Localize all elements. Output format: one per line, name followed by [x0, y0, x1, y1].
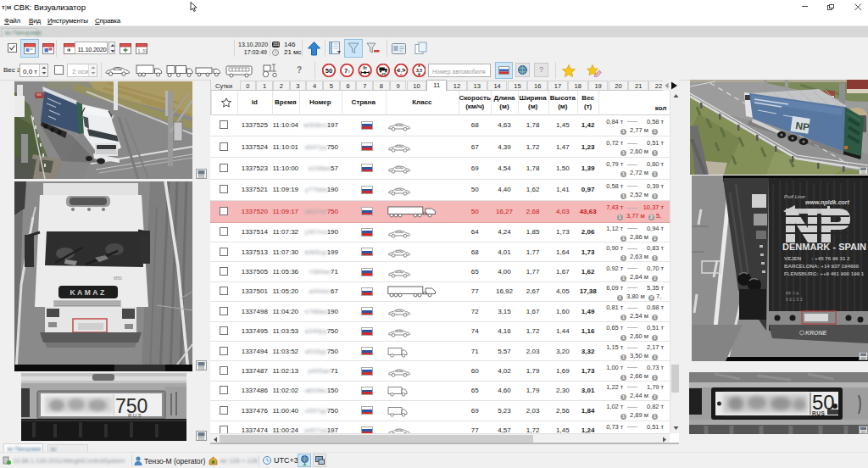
svg-text:Profi Liner: Profi Liner [784, 194, 806, 199]
svg-text:50: 50 [326, 67, 332, 75]
svg-text:7: 7 [344, 68, 348, 74]
svg-text:+2%: +2% [380, 73, 387, 76]
svg-text:RUS: RUS [128, 413, 142, 418]
svg-text:RUS: RUS [812, 410, 825, 416]
svg-text:1..31: 1..31 [138, 48, 147, 53]
svg-text:т: т [348, 70, 350, 74]
svg-text:VEJEN : +45 76 96 31 2: VEJEN : +45 76 96 31 2 [784, 255, 850, 261]
svg-text:NP: NP [795, 120, 810, 133]
svg-text:BARCELONA: +14 937 194600: BARCELONA: +14 937 194600 [784, 263, 860, 269]
svg-text:www.npldk.cort: www.npldk.cort [805, 199, 850, 206]
svg-text:6т: 6т [363, 66, 368, 70]
svg-text:PF Y A: PF Y A [786, 291, 799, 296]
svg-text:M50: M50 [114, 276, 122, 281]
svg-text:DENMARK - SPAIN: DENMARK - SPAIN [782, 242, 866, 252]
svg-text:м: м [418, 72, 420, 75]
svg-text:6 0 1 5 3: 6 0 1 5 3 [786, 297, 803, 302]
svg-text:251: 251 [273, 42, 280, 47]
svg-text:KAMAZ: KAMAZ [70, 288, 106, 297]
svg-text:FLENSBURG: ++9 461 900 199 1: FLENSBURG: ++9 461 900 199 1 [784, 270, 865, 276]
svg-text:KRONE: KRONE [805, 330, 827, 336]
